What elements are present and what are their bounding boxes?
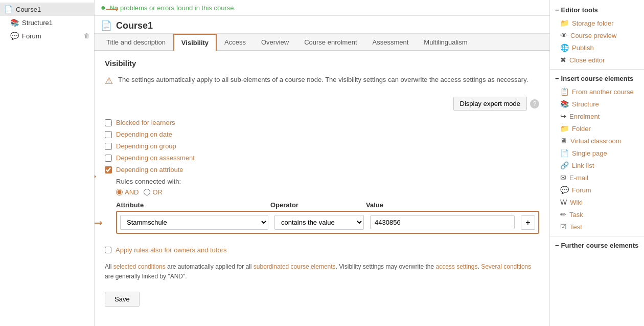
collapse-editor-icon[interactable]: − <box>555 6 559 14</box>
save-row: Save <box>105 292 539 307</box>
radio-and-input[interactable] <box>116 189 123 195</box>
collapse-insert-icon[interactable]: − <box>555 75 559 82</box>
rules-section: Rules connected with: AND OR Attr <box>116 178 539 234</box>
forum-delete-icon[interactable]: 🗑 <box>84 32 90 39</box>
preview-icon: 👁 <box>560 31 567 39</box>
date-label[interactable]: Depending on date <box>116 131 172 138</box>
warning-box: ⚠ The settings automatically apply to al… <box>105 75 539 86</box>
rs-folder[interactable]: 📁 Folder <box>550 122 644 135</box>
tab-visibility[interactable]: Visibility <box>173 34 217 51</box>
radio-or-input[interactable] <box>144 189 150 195</box>
left-sidebar: 📄 Course1 ⟶ 📚 Structure1 💬 Forum 🗑 <box>0 0 95 326</box>
rs-preview[interactable]: 👁 Course preview <box>550 29 644 41</box>
editor-tools-label: Editor tools <box>561 6 598 14</box>
radio-and-label[interactable]: AND <box>125 188 139 196</box>
rs-test[interactable]: ☑ Test <box>550 221 644 233</box>
expert-mode-button[interactable]: Display expert mode <box>453 97 527 111</box>
rs-another-course[interactable]: 📋 From another course <box>550 85 644 98</box>
date-checkbox[interactable] <box>105 131 112 138</box>
group-label[interactable]: Depending on group <box>116 142 176 150</box>
tab-overview[interactable]: Overview <box>254 34 296 51</box>
radio-or-label[interactable]: OR <box>152 188 163 196</box>
rs-email[interactable]: ✉ E-mail <box>550 171 644 184</box>
rs-preview-label: Course preview <box>570 32 616 39</box>
save-button[interactable]: Save <box>105 292 140 307</box>
info-text-content: All selected conditions are automaticall… <box>105 263 531 280</box>
rs-task-label: Task <box>569 211 583 219</box>
rs-publish[interactable]: 🌐 Publish <box>550 41 644 54</box>
add-rule-button[interactable]: + <box>521 215 535 230</box>
rs-wiki[interactable]: W Wiki <box>550 196 644 208</box>
course-icon: 📄 <box>4 5 13 13</box>
rs-link-list[interactable]: 🔗 Link list <box>550 159 644 171</box>
tab-access[interactable]: Access <box>217 34 254 51</box>
forum-rs-icon: 💬 <box>560 186 569 194</box>
right-sidebar: − Editor tools 📁 Storage folder 👁 Course… <box>549 0 644 326</box>
arrow-attr-row: ⟶ <box>95 216 103 229</box>
rs-structure-label: Structure <box>572 100 599 108</box>
assessment-label[interactable]: Depending on assessment <box>116 154 195 162</box>
sidebar-item-course1[interactable]: 📄 Course1 ⟶ <box>0 3 94 16</box>
tab-title[interactable]: Title and description <box>99 34 173 51</box>
structure-rs-icon: 📚 <box>560 100 569 108</box>
collapse-further-icon[interactable]: − <box>555 242 559 249</box>
rs-test-label: Test <box>570 223 582 231</box>
group-checkbox[interactable] <box>105 143 112 150</box>
checkbox-assessment: Depending on assessment <box>105 154 539 162</box>
rs-folder-label: Folder <box>572 125 591 133</box>
rs-divider-2 <box>550 236 644 236</box>
page-header: 📄 Course1 <box>95 16 549 34</box>
attribute-checkbox[interactable] <box>105 166 112 173</box>
attribute-section: ⟶ Depending on attribute Rules connected… <box>105 166 539 239</box>
tab-assessment[interactable]: Assessment <box>365 34 417 51</box>
rs-forum[interactable]: 💬 Forum <box>550 184 644 196</box>
insert-elements-section: − Insert course elements <box>550 73 644 85</box>
operator-header: Operator <box>270 201 360 209</box>
rs-another-course-label: From another course <box>572 88 634 96</box>
rs-virtual-label: Virtual classroom <box>570 137 621 145</box>
rs-single-page[interactable]: 📄 Single page <box>550 147 644 159</box>
test-icon: ☑ <box>560 223 567 231</box>
radio-or[interactable]: OR <box>144 188 163 196</box>
sidebar-item-structure1[interactable]: 📚 Structure1 <box>0 16 94 29</box>
sidebar-item-forum[interactable]: 💬 Forum 🗑 <box>0 29 94 42</box>
content-area: Visibility ⚠ The settings automatically … <box>95 51 549 326</box>
arrow-attribute: ⟶ <box>95 170 97 182</box>
rs-structure[interactable]: 📚 Structure <box>550 98 644 110</box>
expert-mode-row: Display expert mode ? <box>105 97 539 111</box>
blocked-label[interactable]: Blocked for learners <box>116 119 175 126</box>
tabs-bar: Title and description Visibility Access … <box>95 34 549 51</box>
blocked-checkbox[interactable] <box>105 119 112 126</box>
help-icon[interactable]: ? <box>530 99 539 108</box>
virtual-icon: 🖥 <box>560 137 567 145</box>
another-course-icon: 📋 <box>560 88 569 96</box>
rs-close-editor[interactable]: ✖ Close editor <box>550 54 644 66</box>
insert-elements-label: Insert course elements <box>561 75 634 82</box>
assessment-checkbox[interactable] <box>105 155 112 162</box>
apply-rules-label[interactable]: Apply rules also for owners and tutors <box>116 246 227 254</box>
attribute-select[interactable]: Stammschule <box>120 215 268 230</box>
further-elements-section: − Further course elements <box>550 240 644 252</box>
apply-rules-row: Apply rules also for owners and tutors <box>105 246 539 254</box>
rs-forum-label: Forum <box>572 186 591 194</box>
operator-select[interactable]: contains the value <box>274 215 364 230</box>
attribute-label[interactable]: Depending on attribute <box>116 166 183 173</box>
tab-multilingualism[interactable]: Multilingualism <box>416 34 475 51</box>
rs-task[interactable]: ✏ Task <box>550 208 644 221</box>
tab-enrolment[interactable]: Course enrolment <box>296 34 364 51</box>
value-header: Value <box>366 201 539 209</box>
forum-icon: 💬 <box>10 32 19 40</box>
storage-icon: 📁 <box>560 19 569 27</box>
apply-rules-checkbox[interactable] <box>105 247 111 253</box>
main-content: ● No problems or errors found in this co… <box>95 0 549 326</box>
rs-storage[interactable]: 📁 Storage folder <box>550 17 644 29</box>
rs-enrolment[interactable]: ↪ Enrolment <box>550 110 644 122</box>
sidebar-item-structure1-label: Structure1 <box>22 19 53 27</box>
sidebar-arrow-course1: ⟶ <box>105 4 119 15</box>
further-elements-label: Further course elements <box>561 242 639 249</box>
structure-icon: 📚 <box>10 18 19 27</box>
value-input[interactable] <box>370 215 515 229</box>
radio-and[interactable]: AND <box>116 188 139 196</box>
attribute-block: Depending on attribute Rules connected w… <box>105 166 539 239</box>
rs-virtual[interactable]: 🖥 Virtual classroom <box>550 135 644 147</box>
